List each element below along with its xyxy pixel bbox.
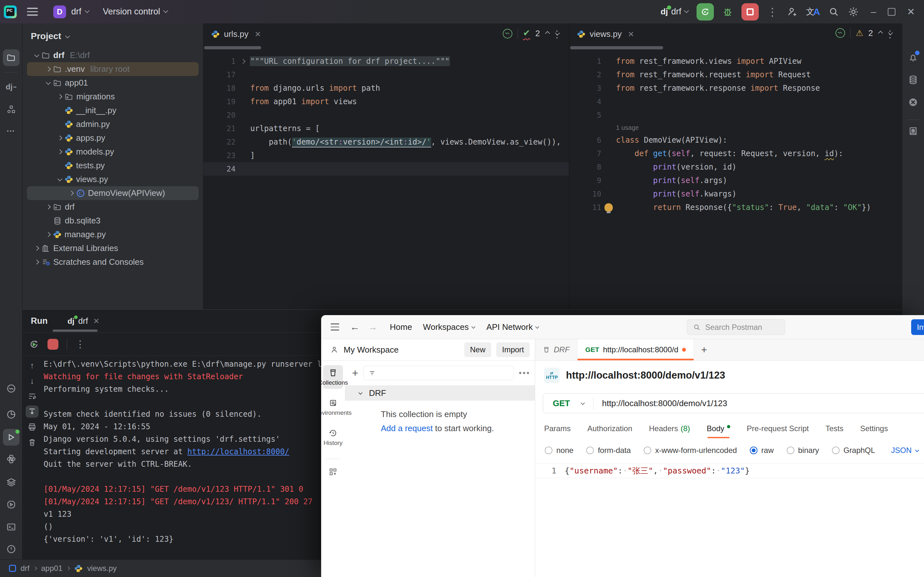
prev-problem-icon[interactable] — [545, 31, 550, 36]
run-toolwindow-button[interactable] — [3, 429, 19, 446]
tree-item-demoview-apiview-[interactable]: CDemoView(APIView) — [27, 186, 199, 200]
code-editor-views[interactable]: 1from rest_framework.views import APIVie… — [569, 51, 902, 309]
close-tab-icon[interactable]: ✕ — [93, 317, 99, 326]
chevron-right-icon[interactable] — [34, 259, 39, 265]
chevron-right-icon[interactable] — [57, 149, 63, 155]
nav-api-network[interactable]: API Network — [486, 322, 539, 332]
code-line-10[interactable]: 10 print(self.kwargs) — [569, 187, 902, 201]
code-line-9[interactable]: 9 print(self.args) — [569, 174, 902, 187]
code-line-3[interactable]: 3from rest_framework.response import Res… — [569, 81, 902, 95]
tree-item-tests-py[interactable]: tests.py — [23, 159, 203, 172]
project-toolwindow-button[interactable] — [3, 49, 19, 66]
project-panel-header[interactable]: Project — [23, 23, 203, 41]
tree-item-drf[interactable]: drfE:\drf — [23, 48, 203, 62]
more-options-icon[interactable]: ⋮ — [75, 338, 85, 350]
intention-bulb-icon[interactable] — [604, 203, 613, 211]
tree-item-migrations[interactable]: migrations — [23, 90, 203, 103]
collection-row-drf[interactable]: DRF — [345, 385, 535, 401]
chevron-down-icon[interactable] — [581, 401, 585, 405]
coverage-toolwindow-button[interactable] — [905, 94, 921, 111]
tab-collection-drf[interactable]: DRF — [535, 339, 577, 360]
packages-toolwindow-button[interactable] — [3, 474, 19, 490]
stop-button[interactable] — [741, 3, 759, 21]
code-line-6[interactable]: 6class DemoView(APIView): — [569, 133, 902, 147]
project-selector[interactable]: drf — [71, 7, 89, 17]
body-mode-binary[interactable]: binary — [787, 446, 819, 455]
tree-item-app01[interactable]: app01 — [23, 76, 203, 90]
next-problem-icon[interactable] — [555, 31, 560, 35]
request-tab-pre-request-script[interactable]: Pre-request Script — [747, 424, 809, 438]
more-options-icon[interactable] — [519, 372, 529, 374]
forward-icon[interactable]: → — [368, 322, 378, 332]
invite-button[interactable]: Invite — [911, 319, 924, 335]
code-line-2[interactable]: 2from rest_framework.request import Requ… — [569, 68, 902, 81]
profiler-toolwindow-button[interactable] — [3, 406, 19, 423]
rerun-button[interactable] — [29, 339, 39, 350]
code-line-1[interactable]: 1from rest_framework.views import APIVie… — [569, 55, 902, 68]
code-line-1[interactable]: 1"""URL configuration for drf project...… — [204, 55, 569, 68]
code-line-22[interactable]: 22 path('demo/<str:version>/<int:id>/', … — [204, 135, 569, 149]
tree-item-scratches-and-consoles[interactable]: Scratches and Consoles — [23, 255, 203, 269]
fold-arrow-icon[interactable] — [240, 59, 246, 64]
server-url-link[interactable]: http://localhost:8000/ — [187, 447, 289, 456]
clear-console-icon[interactable] — [26, 436, 39, 448]
database-toolwindow-button[interactable] — [905, 71, 921, 88]
inspection-widget[interactable]: ⚠ 2 — [835, 28, 893, 38]
tab-urls-py[interactable]: urls.py ✕ — [204, 23, 268, 45]
close-window-button[interactable]: ✕ — [904, 6, 918, 17]
chevron-right-icon[interactable] — [46, 205, 51, 210]
run-config-selector[interactable]: dj drf — [661, 7, 688, 17]
django-structure-toolwindow-button[interactable]: dj▪▪ — [3, 79, 19, 95]
new-button[interactable]: New — [464, 342, 491, 357]
add-collection-icon[interactable]: + — [352, 367, 359, 379]
request-tab-body[interactable]: Body — [707, 424, 730, 438]
request-tab-authorization[interactable]: Authorization — [588, 424, 632, 438]
pycharm-logo-icon[interactable]: PC — [4, 5, 17, 18]
project-badge[interactable]: D — [53, 5, 66, 18]
problems-toolwindow-button[interactable] — [3, 541, 19, 558]
tree-item--init-py[interactable]: __init__.py — [23, 103, 203, 117]
services-toolwindow-button[interactable] — [3, 496, 19, 513]
close-tab-icon[interactable]: ✕ — [628, 30, 634, 39]
tab-views-py[interactable]: views.py ✕ — [569, 23, 641, 45]
request-tab-params[interactable]: Params — [544, 424, 571, 438]
request-tab-headers[interactable]: Headers(8) — [649, 424, 690, 438]
hamburger-icon[interactable] — [331, 324, 339, 330]
main-menu-icon[interactable] — [27, 8, 38, 16]
scroll-down-icon[interactable]: ↓ — [26, 375, 39, 387]
url-input[interactable]: http://localhost:8000/demo/v1/123 — [602, 398, 727, 408]
code-line-23[interactable]: 23] — [204, 149, 569, 162]
translate-button[interactable]: 文 A — [806, 6, 821, 17]
notifications-button[interactable] — [905, 49, 921, 66]
code-line-11[interactable]: 11 return Response({"status": True, "dat… — [569, 201, 902, 214]
code-line-18[interactable]: 18from django.urls import path — [204, 81, 569, 95]
scroll-to-end-icon[interactable] — [26, 406, 39, 418]
chevron-right-icon[interactable] — [69, 191, 74, 196]
documentation-toolwindow-button[interactable] — [905, 123, 921, 139]
chevron-right-icon[interactable] — [57, 135, 63, 141]
minimize-button[interactable]: – — [867, 6, 879, 17]
back-icon[interactable]: ← — [350, 322, 360, 332]
chevron-right-icon[interactable] — [34, 246, 39, 251]
method-select[interactable]: GET — [543, 398, 582, 408]
nav-home[interactable]: Home — [390, 322, 412, 332]
python-console-toolwindow-button[interactable] — [3, 451, 19, 467]
chevron-right-icon[interactable] — [46, 232, 51, 237]
new-tab-button[interactable]: + — [694, 339, 714, 360]
language-select[interactable]: JSON — [891, 446, 919, 455]
terminal-toolwindow-button[interactable] — [3, 519, 19, 535]
chevron-down-icon[interactable] — [34, 52, 39, 57]
code-line-19[interactable]: 19from app01 import views — [204, 95, 569, 108]
sidebar-rail-environments[interactable]: Environments — [323, 395, 343, 419]
code-with-me-button[interactable] — [787, 6, 798, 18]
settings-button[interactable] — [848, 6, 859, 18]
code-line-8[interactable]: 8 print(version, id) — [569, 160, 902, 174]
code-line-24[interactable]: 24 — [204, 162, 569, 176]
tree-item-manage-py[interactable]: manage.py — [23, 227, 203, 242]
body-mode-none[interactable]: none — [545, 446, 573, 455]
breadcrumb-item[interactable]: drf — [21, 564, 29, 573]
maximize-button[interactable] — [888, 8, 895, 16]
code-line-4[interactable]: 4 — [569, 95, 902, 108]
print-icon[interactable] — [26, 421, 39, 433]
run-tab-drf[interactable]: dj drf ✕ — [67, 316, 99, 326]
